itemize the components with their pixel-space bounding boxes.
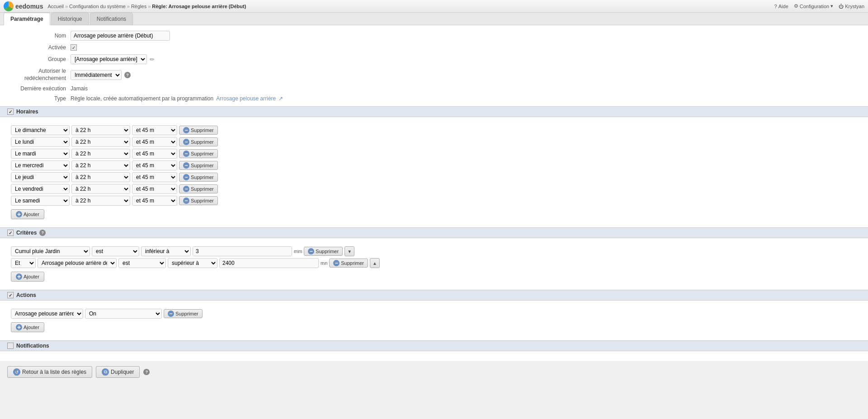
- min-select-0[interactable]: et 45 m: [132, 125, 177, 135]
- min-select-1[interactable]: et 45 m: [132, 137, 177, 147]
- schedule-row-2: Le mardi à 22 h et 45 m − Supprimer: [7, 149, 861, 159]
- help-criteres-icon[interactable]: ?: [39, 230, 46, 236]
- breadcrumb-accueil[interactable]: Accueil: [47, 4, 63, 9]
- day-select-3[interactable]: Le mercredi: [11, 160, 70, 170]
- time-select-4[interactable]: à 22 h: [71, 172, 130, 182]
- day-select-1[interactable]: Le lundi: [11, 137, 70, 147]
- edit-icon[interactable]: ✏: [150, 56, 155, 63]
- actions-checkbox[interactable]: [7, 292, 14, 298]
- day-select-0[interactable]: Le dimanche: [11, 125, 70, 135]
- minus-icon-c1: −: [333, 260, 340, 266]
- logo[interactable]: eedomus: [4, 1, 43, 11]
- nom-input[interactable]: [71, 31, 170, 41]
- add-criteria-button[interactable]: + Ajouter: [11, 272, 44, 282]
- time-select-0[interactable]: à 22 h: [71, 125, 130, 135]
- add-schedule-button[interactable]: + Ajouter: [11, 209, 44, 219]
- tab-notifications[interactable]: Notifications: [90, 13, 133, 25]
- criteria-prefix-1[interactable]: Et: [11, 258, 36, 268]
- help-label: Aide: [778, 4, 788, 9]
- criteria-op-0[interactable]: est: [92, 246, 139, 256]
- delete-schedule-3[interactable]: − Supprimer: [179, 161, 218, 170]
- autoriser-select[interactable]: Immédiatement: [71, 70, 122, 80]
- min-select-3[interactable]: et 45 m: [132, 160, 177, 170]
- add-action-button[interactable]: + Ajouter: [11, 322, 44, 332]
- criteria-cond-0[interactable]: inférieur à: [141, 246, 191, 256]
- min-select-6[interactable]: et 45 m: [132, 196, 177, 206]
- duplicate-button[interactable]: ⧉ Dupliquer: [96, 366, 140, 378]
- groupe-label: Groupe: [7, 56, 71, 62]
- delete-action-0[interactable]: − Supprimer: [164, 309, 203, 318]
- min-select-4[interactable]: et 45 m: [132, 172, 177, 182]
- schedule-row-5: Le vendredi à 22 h et 45 m − Supprimer: [7, 184, 861, 194]
- min-select-2[interactable]: et 45 m: [132, 149, 177, 159]
- tab-historique[interactable]: Historique: [51, 13, 89, 25]
- horaires-checkbox[interactable]: [7, 108, 14, 115]
- breadcrumb-current: Règle: Arrosage pelouse arrière (Début): [152, 4, 246, 9]
- time-select-3[interactable]: à 22 h: [71, 160, 130, 170]
- criteres-checkbox[interactable]: [7, 230, 14, 236]
- bottom-bar: ↺ Retour à la liste des règles ⧉ Dupliqu…: [0, 361, 868, 382]
- day-select-6[interactable]: Le samedi: [11, 196, 70, 206]
- activee-checkbox[interactable]: [71, 44, 77, 51]
- criteria-unit-1: mn: [321, 260, 327, 266]
- horaires-label: Horaires: [16, 108, 38, 115]
- minus-icon-6: −: [183, 198, 189, 204]
- autoriser-value: Immédiatement ?: [71, 70, 131, 80]
- criteria-unit-0: mm: [294, 249, 302, 254]
- derniere-exec-value: Jamais: [71, 85, 88, 92]
- derniere-exec-text: Jamais: [71, 85, 88, 92]
- delete-schedule-4[interactable]: − Supprimer: [179, 173, 218, 182]
- time-select-2[interactable]: à 22 h: [71, 149, 130, 159]
- time-select-6[interactable]: à 22 h: [71, 196, 130, 206]
- time-select-1[interactable]: à 22 h: [71, 137, 130, 147]
- action-device-0[interactable]: Arrosage pelouse arrière Jardin: [11, 309, 83, 319]
- back-button[interactable]: ↺ Retour à la liste des règles: [7, 366, 92, 378]
- help-autoriser-icon[interactable]: ?: [124, 72, 131, 78]
- help-bottom-icon[interactable]: ?: [143, 369, 150, 375]
- delete-schedule-1[interactable]: − Supprimer: [179, 137, 218, 146]
- add-criteres-label: Ajouter: [24, 274, 39, 279]
- notifications-checkbox[interactable]: [7, 343, 14, 349]
- delete-schedule-0[interactable]: − Supprimer: [179, 126, 218, 135]
- day-select-2[interactable]: Le mardi: [11, 149, 70, 159]
- move-down-criteria-0[interactable]: ▼: [344, 246, 354, 256]
- action-state-0[interactable]: On: [85, 309, 162, 319]
- tab-parametrage[interactable]: Paramétrage: [4, 13, 50, 25]
- help-button[interactable]: ? Aide: [774, 4, 788, 9]
- activee-row: Activée: [7, 44, 861, 51]
- delete-schedule-2[interactable]: − Supprimer: [179, 149, 218, 158]
- nom-label: Nom: [7, 33, 71, 39]
- delete-label-5: Supprimer: [191, 186, 214, 192]
- minus-icon-a0: −: [168, 311, 174, 317]
- delete-criteria-0[interactable]: − Supprimer: [304, 247, 343, 256]
- config-button[interactable]: ⚙ Configuration ▾: [794, 3, 833, 9]
- delete-schedule-5[interactable]: − Supprimer: [179, 184, 218, 193]
- min-select-5[interactable]: et 45 m: [132, 184, 177, 194]
- delete-criteria-1[interactable]: − Supprimer: [329, 259, 368, 268]
- add-horaires-label: Ajouter: [24, 212, 39, 217]
- day-select-4[interactable]: Le jeudi: [11, 172, 70, 182]
- user-button[interactable]: ⏻ Krystyan: [839, 4, 864, 9]
- horaires-container: Le dimanche à 22 h et 45 m − Supprimer L…: [7, 122, 861, 223]
- criteres-container: Cumul pluie Jardin est inférieur à mm − …: [7, 243, 861, 285]
- criteria-cond-1[interactable]: supérieur à: [168, 258, 217, 268]
- breadcrumb-regles[interactable]: Règles: [131, 4, 146, 9]
- delete-schedule-6[interactable]: − Supprimer: [179, 196, 218, 205]
- time-select-5[interactable]: à 22 h: [71, 184, 130, 194]
- user-icon: ⏻: [839, 4, 844, 9]
- criteres-label: Critères: [16, 230, 37, 236]
- breadcrumb-config[interactable]: Configuration du système: [69, 4, 126, 9]
- criteria-val-1[interactable]: [219, 258, 319, 268]
- criteria-var-1[interactable]: Arrosage pelouse arrière délai Tes: [38, 258, 117, 268]
- day-select-5[interactable]: Le vendredi: [11, 184, 70, 194]
- groupe-select[interactable]: [Arrosage pelouse arrière]: [71, 54, 147, 64]
- nom-row: Nom: [7, 31, 861, 41]
- criteria-op-1[interactable]: est: [118, 258, 166, 268]
- move-up-criteria-1[interactable]: ▲: [370, 258, 380, 268]
- schedule-row-0: Le dimanche à 22 h et 45 m − Supprimer: [7, 125, 861, 135]
- criteria-var-0[interactable]: Cumul pluie Jardin: [11, 246, 90, 256]
- minus-icon-2: −: [183, 151, 189, 157]
- delete-label-1: Supprimer: [191, 139, 214, 145]
- criteria-val-0[interactable]: [193, 246, 292, 256]
- type-link[interactable]: Arrosage pelouse arrière: [216, 95, 276, 102]
